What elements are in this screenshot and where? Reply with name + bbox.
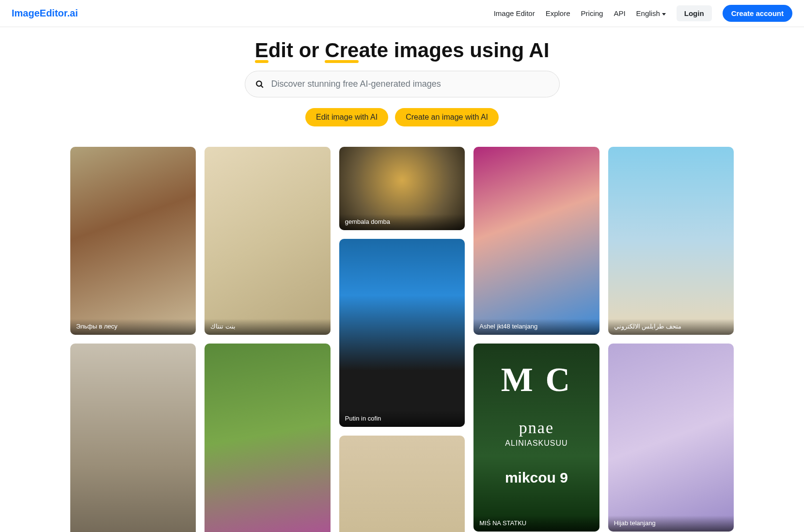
poster-text: M C pnae ALINIASKUSUU mikcou 9 [473,360,599,486]
top-nav: Image Editor Explore Pricing API English… [494,5,792,22]
gallery-card[interactable]: بنت تنتاك [205,147,330,335]
gallery-col-2: بنت تنتاك burendag tuinieren met bbq [205,147,330,532]
gallery-card[interactable]: Putin in cofin [339,239,465,427]
thumbnail-image [473,147,599,335]
logo[interactable]: ImageEditor.ai [12,8,78,19]
gallery-card[interactable]: gembala domba [339,147,465,230]
search-wrap [245,71,560,97]
thumbnail-image: M C pnae ALINIASKUSUU mikcou 9 [473,344,599,532]
gallery-card[interactable]: M C pnae ALINIASKUSUU mikcou 9 MIŚ NA ST… [473,344,599,532]
nav-api[interactable]: API [614,9,625,17]
caption: gembala domba [339,214,465,230]
cta-row: Edit image with AI Create an image with … [0,108,804,126]
caption: Hijab telanjang [608,516,734,532]
caption: Ashel jkt48 telanjang [473,319,599,335]
nav-language[interactable]: English [636,9,666,17]
nav-explore[interactable]: Explore [546,9,570,17]
hero: Edit or Create images using AI Edit imag… [0,27,804,136]
edit-image-button[interactable]: Edit image with AI [305,108,388,126]
thumbnail-image [339,239,465,427]
caption: MIŚ NA STATKU [473,516,599,532]
thumbnail-image [339,436,465,532]
gallery-card[interactable]: burendag tuinieren met bbq [205,344,330,532]
gallery-col-5: متحف طرابلس الالكتروني Hijab telanjang [608,147,734,532]
gallery-card[interactable] [339,436,465,532]
nav-pricing[interactable]: Pricing [581,9,603,17]
gallery-col-1: Эльфы в лесу راغنار ولاغرثا [70,147,196,532]
svg-point-0 [256,81,262,86]
gallery-card[interactable]: Ashel jkt48 telanjang [473,147,599,335]
thumbnail-image [205,344,330,532]
thumbnail-image [70,344,196,532]
gallery-card[interactable]: Эльфы в лесу [70,147,196,335]
thumbnail-image [608,147,734,335]
header: ImageEditor.ai Image Editor Explore Pric… [0,0,804,27]
gallery-col-4: Ashel jkt48 telanjang M C pnae ALINIASKU… [473,147,599,532]
gallery-card[interactable]: Hijab telanjang [608,344,734,532]
caption: Эльфы в лесу [70,319,196,335]
svg-line-1 [261,85,263,88]
page-title: Edit or Create images using AI [0,39,804,62]
gallery-card[interactable]: متحف طرابلس الالكتروني [608,147,734,335]
gallery-card[interactable]: راغنار ولاغرثا [70,344,196,532]
search-icon [255,80,264,89]
search-input[interactable] [245,71,560,97]
gallery: Эльфы в лесу راغنار ولاغرثا بنت تنتاك bu… [0,136,804,532]
login-button[interactable]: Login [677,5,712,21]
create-account-button[interactable]: Create account [723,5,792,22]
thumbnail-image [608,344,734,532]
caption: متحف طرابلس الالكتروني [608,319,734,335]
gallery-col-3: gembala domba Putin in cofin [339,147,465,532]
thumbnail-image [70,147,196,335]
nav-image-editor[interactable]: Image Editor [494,9,535,17]
caption: Putin in cofin [339,411,465,427]
caption: بنت تنتاك [205,319,330,335]
create-image-button[interactable]: Create an image with AI [395,108,499,126]
thumbnail-image [205,147,330,335]
